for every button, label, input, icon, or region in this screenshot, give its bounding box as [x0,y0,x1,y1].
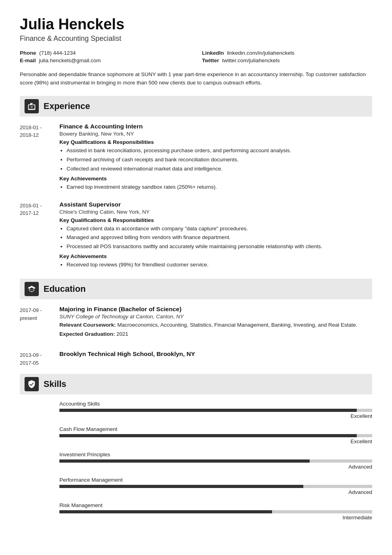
skill-level-4: Intermediate [59,515,372,521]
skill-level-3: Advanced [59,489,372,495]
exp-qual-label-1: Key Qualifications & Responsibilities [59,217,372,223]
edu-graduation-0: Expected Graduation: 2021 [59,330,372,339]
linkedin-contact: LinkedIn linkedin.com/in/juliahenckels [202,50,372,56]
exp-ach-label-1: Key Achievements [59,253,372,259]
phone-contact: Phone (718) 444-1234 [20,50,190,56]
exp-ach-item-1-0: Received top reviews (99%) for friendlie… [67,261,372,269]
skill-level-2: Advanced [59,464,372,470]
exp-company-0: Bowery Banking, New York, NY [59,131,372,137]
exp-content-0: Finance & Accounting InternBowery Bankin… [59,123,372,194]
skill-level-1: Excellent [59,438,372,444]
skill-row-0: Accounting SkillsExcellent [20,401,372,419]
experience-section-header: Experience [20,96,372,117]
exp-qual-item-0-2: Collected and reviewed international mar… [67,165,372,173]
email-value: julia.henckels@gmail.com [39,57,101,63]
skill-bar-wrapper-3 [59,485,372,488]
exp-ach-list-1: Received top reviews (99%) for friendlie… [59,261,372,269]
exp-job-title-1: Assistant Supervisor [59,201,372,208]
skill-bar-wrapper-4 [59,510,372,513]
experience-entry-1: 2016-01 - 2017-12Assistant SupervisorChl… [20,201,372,272]
skills-list: Accounting SkillsExcellentCash Flow Mana… [20,401,372,521]
exp-ach-item-0-0: Earned top investment strategy sandbox r… [67,183,372,191]
education-entry-0: 2017-09 - presentMajoring in Finance (Ba… [20,306,372,339]
skill-bar-col-0: Accounting SkillsExcellent [59,401,372,419]
edu-date-0: 2017-09 - present [20,306,59,339]
skills-section-header: Skills [20,374,372,394]
skill-level-0: Excellent [59,413,372,419]
experience-icon [25,99,39,113]
email-contact: E-mail julia.henckels@gmail.com [20,57,190,63]
skill-name-4: Risk Management [59,502,372,508]
skill-name-1: Cash Flow Management [59,426,372,432]
contact-grid: Phone (718) 444-1234 LinkedIn linkedin.c… [20,50,372,63]
edu-coursework-0: Relevant Coursework: Macroeconomics, Acc… [59,321,372,329]
skill-bar-col-3: Performance ManagementAdvanced [59,477,372,495]
name: Julia Henckels [20,16,372,33]
exp-qual-item-0-0: Assisted in bank reconciliations, proces… [67,147,372,155]
skill-row-1: Cash Flow ManagementExcellent [20,426,372,444]
education-icon [25,282,39,296]
twitter-label: Twitter [202,57,219,63]
skill-bar-fill-3 [59,485,303,488]
education-entry-1: 2013-09 - 2017-05Brooklyn Technical High… [20,350,372,367]
skill-row-4: Risk ManagementIntermediate [20,502,372,521]
skill-bar-col-4: Risk ManagementIntermediate [59,502,372,521]
edu-content-0: Majoring in Finance (Bachelor of Science… [59,306,372,339]
skill-bar-wrapper-0 [59,409,372,412]
edu-school-0: SUNY College of Technology at Canton, Ca… [59,314,372,320]
skill-row-2: Investment PrinciplesAdvanced [20,452,372,470]
skill-bar-wrapper-1 [59,434,372,437]
experience-entry-0: 2018-01 - 2018-12Finance & Accounting In… [20,123,372,194]
exp-job-title-0: Finance & Accounting Intern [59,123,372,130]
education-section-header: Education [20,279,372,299]
svg-rect-0 [30,107,33,107]
phone-value: (718) 444-1234 [39,50,76,56]
exp-qual-item-1-2: Processed all POS transactions swiftly a… [67,243,372,251]
phone-label: Phone [20,50,36,56]
summary: Personable and dependable finance sophom… [20,71,372,87]
skill-name-0: Accounting Skills [59,401,372,407]
skill-bar-fill-1 [59,434,357,437]
skill-bar-fill-4 [59,510,272,513]
experience-title: Experience [44,101,90,111]
exp-qual-list-1: Captured client data in accordance with … [59,225,372,251]
linkedin-label: LinkedIn [202,50,224,56]
education-list: 2017-09 - presentMajoring in Finance (Ba… [20,306,372,367]
edu-title-0: Majoring in Finance (Bachelor of Science… [59,306,372,313]
linkedin-value: linkedin.com/in/juliahenckels [227,50,294,56]
exp-qual-list-0: Assisted in bank reconciliations, proces… [59,147,372,173]
exp-qual-label-0: Key Qualifications & Responsibilities [59,139,372,145]
skill-name-3: Performance Management [59,477,372,483]
skills-svg-icon [27,380,36,388]
exp-ach-list-0: Earned top investment strategy sandbox r… [59,183,372,191]
exp-qual-item-1-1: Managed and approved billing from vendor… [67,233,372,242]
edu-date-1: 2013-09 - 2017-05 [20,350,59,367]
skill-name-2: Investment Principles [59,452,372,457]
experience-list: 2018-01 - 2018-12Finance & Accounting In… [20,123,372,272]
briefcase-icon [27,102,36,111]
skill-bar-wrapper-2 [59,459,372,463]
exp-date-1: 2016-01 - 2017-12 [20,201,59,272]
skill-row-3: Performance ManagementAdvanced [20,477,372,495]
skills-title: Skills [44,379,66,389]
exp-content-1: Assistant SupervisorChloe's Clothing Cab… [59,201,372,272]
exp-qual-item-1-0: Captured client data in accordance with … [67,225,372,233]
education-title: Education [44,284,86,294]
edu-content-1: Brooklyn Technical High School, Brooklyn… [59,350,372,367]
skill-bar-fill-2 [59,459,310,463]
graduation-icon [27,285,36,293]
exp-qual-item-0-1: Performed archiving of cash receipts and… [67,156,372,164]
skills-icon [25,377,39,391]
skill-bar-fill-0 [59,409,357,412]
edu-title-1: Brooklyn Technical High School, Brooklyn… [59,350,372,358]
exp-date-0: 2018-01 - 2018-12 [20,123,59,194]
job-title: Finance & Accounting Specialist [20,34,372,43]
twitter-contact: Twitter twitter.com/juliahenckels [202,57,372,63]
exp-ach-label-0: Key Achievements [59,176,372,182]
skill-bar-col-2: Investment PrinciplesAdvanced [59,452,372,470]
skill-bar-col-1: Cash Flow ManagementExcellent [59,426,372,444]
email-label: E-mail [20,57,36,63]
exp-company-1: Chloe's Clothing Cabin, New York, NY [59,209,372,215]
twitter-value: twitter.com/juliahenckels [222,57,280,63]
